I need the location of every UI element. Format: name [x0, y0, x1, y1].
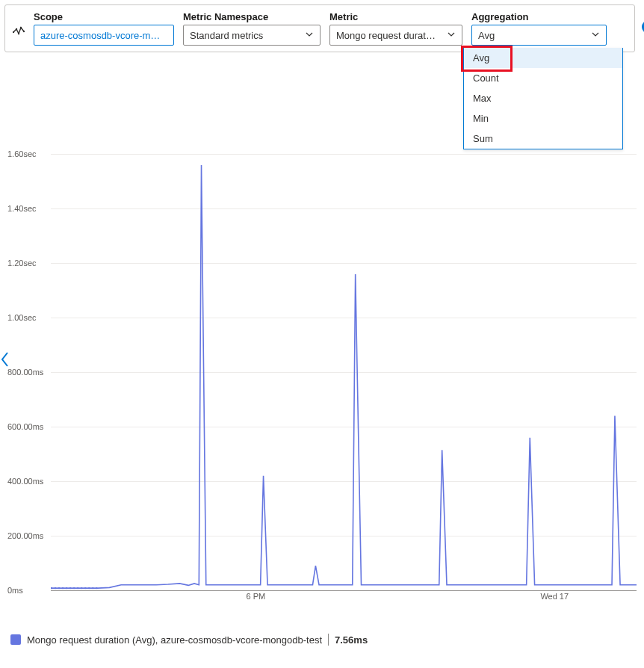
svg-point-2	[18, 33, 19, 34]
legend-swatch	[10, 634, 21, 645]
x-tick-label: Wed 17	[540, 592, 569, 601]
legend-series-label: Mongo request duration (Avg), azure-cosm…	[27, 634, 322, 646]
aggregation-option-max[interactable]: Max	[464, 88, 622, 108]
y-axis: 0ms200.00ms400.00ms600.00ms800.00ms1.00s…	[7, 127, 51, 590]
scope-value: azure-cosmosdb-vcore-m…	[40, 30, 160, 41]
aggregation-option-min[interactable]: Min	[464, 108, 622, 129]
metric-label: Metric	[329, 11, 462, 22]
y-tick-label: 1.40sec	[7, 204, 37, 213]
y-tick-label: 0ms	[7, 586, 23, 595]
metric-picker-toolbar: Scope azure-cosmosdb-vcore-m… Metric Nam…	[4, 4, 635, 52]
y-tick-label: 1.20sec	[7, 259, 37, 267]
svg-point-3	[20, 27, 22, 28]
y-tick-label: 200.00ms	[7, 531, 43, 540]
namespace-field: Metric Namespace Standard metrics	[183, 11, 321, 46]
y-tick-label: 400.00ms	[7, 477, 43, 486]
metrics-chart: 0ms200.00ms400.00ms600.00ms800.00ms1.00s…	[7, 127, 637, 620]
legend-divider	[328, 634, 329, 646]
legend-value: 7.56ms	[335, 634, 368, 646]
namespace-value: Standard metrics	[190, 30, 263, 41]
metric-field: Metric Mongo request durat…	[329, 11, 462, 46]
y-tick-label: 1.00sec	[7, 313, 37, 322]
metric-select[interactable]: Mongo request durat…	[329, 25, 462, 46]
scope-select[interactable]: azure-cosmosdb-vcore-m…	[34, 25, 174, 46]
aggregation-value: Avg	[478, 30, 495, 41]
namespace-select[interactable]: Standard metrics	[183, 25, 321, 46]
x-tick-label: 6 PM	[247, 592, 266, 601]
plot-area[interactable]	[51, 127, 637, 590]
aggregation-option-avg[interactable]: Avg	[464, 48, 622, 68]
aggregation-dropdown: Avg Count Max Min Sum	[463, 48, 623, 149]
chart-type-icon[interactable]	[13, 26, 26, 40]
y-tick-label: 600.00ms	[7, 422, 43, 431]
metric-value: Mongo request durat…	[336, 30, 436, 41]
y-tick-label: 800.00ms	[7, 368, 43, 377]
y-tick-label: 1.60sec	[7, 149, 37, 158]
gridline	[51, 590, 637, 591]
aggregation-select[interactable]: Avg	[471, 25, 607, 46]
chart-legend[interactable]: Mongo request duration (Avg), azure-cosm…	[10, 634, 634, 646]
aggregation-field: Aggregation Avg	[471, 11, 607, 46]
svg-point-1	[16, 28, 17, 30]
namespace-label: Metric Namespace	[183, 11, 321, 22]
chevron-down-icon	[305, 30, 314, 41]
chevron-down-icon	[447, 30, 456, 41]
scope-label: Scope	[34, 11, 174, 22]
scope-field: Scope azure-cosmosdb-vcore-m…	[34, 11, 174, 46]
x-axis: 6 PMWed 17	[51, 592, 637, 607]
chevron-down-icon	[591, 30, 600, 41]
aggregation-label: Aggregation	[471, 11, 607, 22]
aggregation-option-sum[interactable]: Sum	[464, 129, 622, 149]
